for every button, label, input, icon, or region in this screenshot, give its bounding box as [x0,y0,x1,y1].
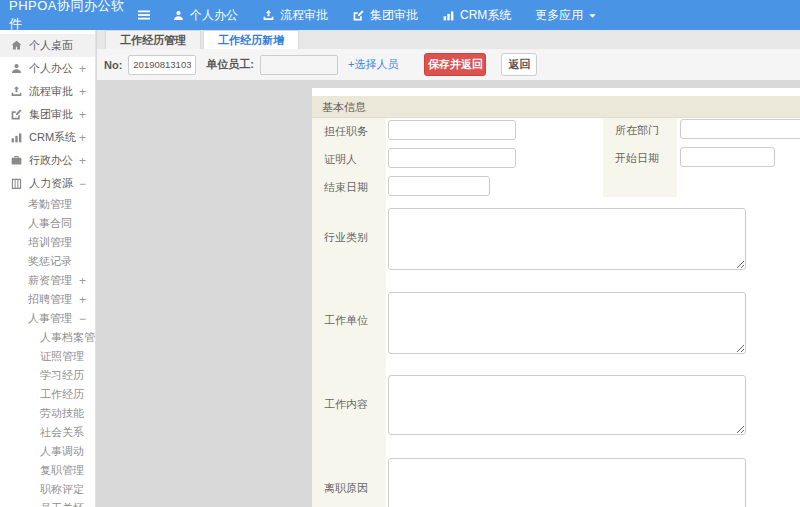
chart-icon [442,9,455,22]
sidebar-item-labor-skill[interactable]: 劳动技能 [0,404,95,423]
edit-icon [352,9,365,22]
expand-toggle[interactable]: + [79,293,86,307]
tab-strip: 工作经历管理 工作经历新增 [97,30,800,49]
expand-toggle[interactable]: + [79,62,86,76]
nav-label: 集团审批 [370,7,418,24]
sidebar-item-personal-office[interactable]: 个人办公 + [0,57,95,80]
app-logo: PHPOA协同办公软件 [0,0,128,33]
sidebar-item-personnel-archive[interactable]: 人事档案管理 [0,328,95,347]
sidebar-item-hr-contract[interactable]: 人事合同 [0,214,95,233]
certifier-label: 证明人 [324,149,357,169]
nav-label: 个人办公 [190,7,238,24]
nav-workflow-approval[interactable]: 流程审批 [262,7,328,24]
work-content-label: 工作内容 [324,394,368,414]
work-content-textarea[interactable] [388,375,746,435]
sidebar-item-crm[interactable]: CRM系统 + [0,126,95,149]
sidebar-item-work-history[interactable]: 工作经历 [0,385,95,404]
select-person-link[interactable]: +选择人员 [348,57,398,72]
form-panel: 基本信息 担任职务 所在部门 证明人 开始日期 结束日期 行业类别 工作单位 工… [312,88,800,507]
employee-input[interactable] [260,55,338,75]
position-input[interactable] [388,120,516,140]
start-date-input[interactable] [680,147,775,167]
sidebar-item-personnel[interactable]: 人事管理− [0,309,95,328]
expand-toggle[interactable]: − [79,312,86,326]
building-icon [10,177,23,190]
nav-label: CRM系统 [460,7,511,24]
save-and-return-button[interactable]: 保存并返回 [424,53,486,76]
sidebar-item-salary[interactable]: 薪资管理+ [0,271,95,290]
nav-crm[interactable]: CRM系统 [442,7,511,24]
sidebar: 个人桌面 个人办公 + 流程审批 + 集团审批 + CRM系统 + 行政办公 +… [0,30,96,507]
nav-personal-office[interactable]: 个人办公 [172,7,238,24]
sidebar-item-workflow[interactable]: 流程审批 + [0,80,95,103]
expand-toggle[interactable]: + [79,108,86,122]
start-date-label: 开始日期 [615,148,659,168]
user-icon [10,62,23,75]
user-icon [172,9,185,22]
menu-toggle-icon[interactable] [136,7,154,23]
industry-label: 行业类别 [324,227,368,247]
expand-toggle[interactable]: + [79,154,86,168]
flow-icon [10,85,23,98]
sidebar-item-certificate[interactable]: 证照管理 [0,347,95,366]
topbar: PHPOA协同办公软件 个人办公 流程审批 集团审批 CRM系统 更多应用 [0,0,800,30]
chart-icon [10,131,23,144]
end-date-input[interactable] [388,176,490,196]
no-label: No: [104,59,122,71]
sidebar-item-training[interactable]: 培训管理 [0,233,95,252]
toolbar: No: 单位员工: +选择人员 保存并返回 返回 [97,49,800,81]
section-title: 基本信息 [312,96,800,118]
top-nav: 个人办公 流程审批 集团审批 CRM系统 更多应用 [172,7,597,24]
flow-icon [262,9,275,22]
nav-group-approval[interactable]: 集团审批 [352,7,418,24]
edit-icon [10,108,23,121]
expand-toggle[interactable]: + [79,274,86,288]
certifier-input[interactable] [388,148,516,168]
nav-more-apps[interactable]: 更多应用 [535,7,597,24]
sidebar-item-hr[interactable]: 人力资源 − [0,172,95,195]
tab-work-history-new[interactable]: 工作经历新增 [203,30,299,49]
nav-label: 更多应用 [535,7,583,24]
sidebar-item-recruit[interactable]: 招聘管理+ [0,290,95,309]
leave-reason-textarea[interactable] [388,458,746,507]
sidebar-item-reinstate[interactable]: 复职管理 [0,461,95,480]
sidebar-item-personnel-transfer[interactable]: 人事调动 [0,442,95,461]
sidebar-item-employee-care[interactable]: 员工关怀 [0,499,95,507]
sidebar-item-desktop[interactable]: 个人桌面 [0,34,95,57]
position-label: 担任职务 [324,121,368,141]
sidebar-item-reward-record[interactable]: 奖惩记录 [0,252,95,271]
nav-label: 流程审批 [280,7,328,24]
department-input[interactable] [680,119,800,139]
sidebar-item-admin-office[interactable]: 行政办公 + [0,149,95,172]
sidebar-item-title-eval[interactable]: 职称评定 [0,480,95,499]
leave-reason-label: 离职原因 [324,478,368,498]
expand-toggle[interactable]: + [79,131,86,145]
department-label: 所在部门 [615,120,659,140]
expand-toggle[interactable]: − [79,177,86,191]
briefcase-icon [10,154,23,167]
industry-textarea[interactable] [388,208,746,270]
sidebar-item-social-relation[interactable]: 社会关系 [0,423,95,442]
employee-label: 单位员工: [206,57,254,72]
back-button[interactable]: 返回 [501,53,537,76]
caret-down-icon [588,11,597,20]
company-label: 工作单位 [324,310,368,330]
sidebar-item-group-approval[interactable]: 集团审批 + [0,103,95,126]
sidebar-item-study-history[interactable]: 学习经历 [0,366,95,385]
expand-toggle[interactable]: + [79,85,86,99]
home-icon [10,39,23,52]
company-textarea[interactable] [388,292,746,354]
sidebar-item-attendance[interactable]: 考勤管理 [0,195,95,214]
end-date-label: 结束日期 [324,177,368,197]
no-input[interactable] [128,55,196,75]
